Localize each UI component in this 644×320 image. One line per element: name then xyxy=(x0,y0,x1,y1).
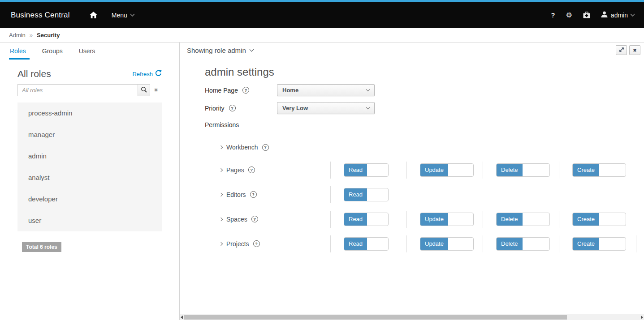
refresh-label: Refresh xyxy=(132,71,153,77)
role-detail-panel: Showing role admin ✖ admin settings Home… xyxy=(180,43,644,320)
toggle-read[interactable]: Read xyxy=(344,188,389,201)
toggle-create[interactable]: Create xyxy=(572,213,626,226)
home-page-label: Home Page xyxy=(205,87,238,94)
permission-label: Projects xyxy=(226,240,249,247)
chevron-down-icon xyxy=(366,87,370,91)
role-item-process-admin[interactable]: process-admin xyxy=(17,102,162,124)
toggle-read[interactable]: Read xyxy=(344,163,389,177)
divider xyxy=(330,162,331,179)
home-page-field-row: Home Page ? Home xyxy=(205,84,644,96)
search-button[interactable] xyxy=(138,84,150,96)
horizontal-scrollbar[interactable] xyxy=(180,314,644,320)
chevron-right-icon[interactable] xyxy=(219,168,223,171)
role-item-analyst[interactable]: analyst xyxy=(17,167,162,188)
user-menu[interactable]: admin xyxy=(601,11,634,19)
all-roles-title: All roles xyxy=(17,68,51,79)
scroll-right-arrow-icon[interactable] xyxy=(641,316,643,319)
home-page-select[interactable]: Home xyxy=(277,84,375,96)
help-circle-icon[interactable]: ? xyxy=(250,191,257,198)
toggle-read[interactable]: Read xyxy=(344,213,389,226)
toggle-label: Create xyxy=(573,238,599,250)
permission-row-projects: Projects ? Read Update Delete Create xyxy=(205,231,644,256)
toggle-update[interactable]: Update xyxy=(420,213,474,226)
priority-select[interactable]: Very Low xyxy=(277,102,375,114)
chevron-right-icon[interactable] xyxy=(219,242,223,245)
help-circle-icon[interactable]: ? xyxy=(242,87,249,94)
permission-row-spaces: Spaces ? Read Update Delete Create xyxy=(205,207,644,231)
toggle-create[interactable]: Create xyxy=(572,237,626,251)
roles-list-header: All roles Refresh xyxy=(17,68,162,79)
priority-field-row: Priority ? Very Low xyxy=(205,102,644,114)
showing-role-label: Showing role admin xyxy=(187,47,246,54)
scrollbar-thumb[interactable] xyxy=(184,315,567,320)
clear-search-button[interactable]: ✖ xyxy=(150,84,162,96)
permission-row-workbench: Workbench ? xyxy=(205,137,644,158)
help-circle-icon[interactable]: ? xyxy=(253,240,260,247)
search-icon xyxy=(141,86,147,94)
refresh-link[interactable]: Refresh xyxy=(132,70,162,78)
toggle-update[interactable]: Update xyxy=(420,163,474,177)
close-icon: ✖ xyxy=(154,87,158,93)
permission-row-pages: Pages ? Read Update Delete Create xyxy=(205,158,644,182)
divider xyxy=(406,162,407,179)
expand-panel-button[interactable] xyxy=(616,45,627,55)
toggle-delete[interactable]: Delete xyxy=(496,213,550,226)
role-item-admin[interactable]: admin xyxy=(17,145,162,167)
role-item-user[interactable]: user xyxy=(17,210,162,231)
permission-row-editors: Editors ? Read xyxy=(205,182,644,207)
showing-role-dropdown[interactable]: Showing role admin xyxy=(187,47,253,54)
scroll-left-arrow-icon[interactable] xyxy=(181,316,183,319)
help-circle-icon[interactable]: ? xyxy=(248,166,255,173)
toggle-update[interactable]: Update xyxy=(420,237,474,251)
help-circle-icon[interactable]: ? xyxy=(229,105,236,111)
chevron-right-icon[interactable] xyxy=(219,217,223,221)
tab-roles[interactable]: Roles xyxy=(9,47,30,60)
divider xyxy=(406,211,407,228)
navbar-right-icons: ? ⚙ admin xyxy=(551,11,634,19)
home-page-value: Home xyxy=(282,87,298,94)
toggle-label: Delete xyxy=(497,238,523,250)
breadcrumb: Admin » Security xyxy=(0,28,644,43)
menu-dropdown[interactable]: Menu xyxy=(112,12,134,19)
panel-window-controls: ✖ xyxy=(616,45,640,55)
chevron-right-icon[interactable] xyxy=(219,145,223,149)
permission-label: Editors xyxy=(226,191,246,198)
divider xyxy=(559,235,559,252)
brand-title[interactable]: Business Central xyxy=(11,11,70,20)
help-circle-icon[interactable]: ? xyxy=(262,144,269,151)
divider xyxy=(330,235,331,252)
role-item-manager[interactable]: manager xyxy=(17,124,162,145)
permission-label: Spaces xyxy=(226,216,247,223)
divider xyxy=(330,211,331,228)
role-item-developer[interactable]: developer xyxy=(17,188,162,210)
roles-explorer-panel: Roles Groups Users All roles Refresh xyxy=(0,43,180,320)
close-panel-button[interactable]: ✖ xyxy=(629,45,640,55)
roles-search-row: ✖ xyxy=(17,84,162,96)
breadcrumb-admin[interactable]: Admin xyxy=(9,32,26,38)
divider xyxy=(483,162,483,179)
tab-groups[interactable]: Groups xyxy=(41,47,66,60)
menu-label: Menu xyxy=(112,12,127,19)
home-icon[interactable] xyxy=(90,12,97,18)
help-circle-icon[interactable]: ? xyxy=(251,216,258,222)
toggle-delete[interactable]: Delete xyxy=(496,237,550,251)
breadcrumb-security: Security xyxy=(37,32,60,38)
permissions-divider xyxy=(205,134,619,134)
user-label: admin xyxy=(611,12,628,19)
toggle-label: Delete xyxy=(497,213,523,226)
gear-icon[interactable]: ⚙ xyxy=(566,11,572,19)
chevron-right-icon[interactable] xyxy=(219,192,223,196)
role-settings-content: admin settings Home Page ? Home Priority… xyxy=(180,58,644,320)
total-roles-badge: Total 6 roles xyxy=(22,242,61,252)
toggle-delete[interactable]: Delete xyxy=(496,163,550,177)
toggle-read[interactable]: Read xyxy=(344,237,389,251)
content-area: Roles Groups Users All roles Refresh xyxy=(0,43,644,320)
tab-users[interactable]: Users xyxy=(78,47,99,60)
search-input[interactable] xyxy=(17,84,138,96)
medkit-icon[interactable] xyxy=(583,12,590,18)
help-icon[interactable]: ? xyxy=(551,11,555,19)
toggle-create[interactable]: Create xyxy=(572,163,626,177)
chevron-down-icon xyxy=(130,12,134,17)
toggle-label: Update xyxy=(420,238,448,250)
chevron-down-icon xyxy=(249,47,254,51)
